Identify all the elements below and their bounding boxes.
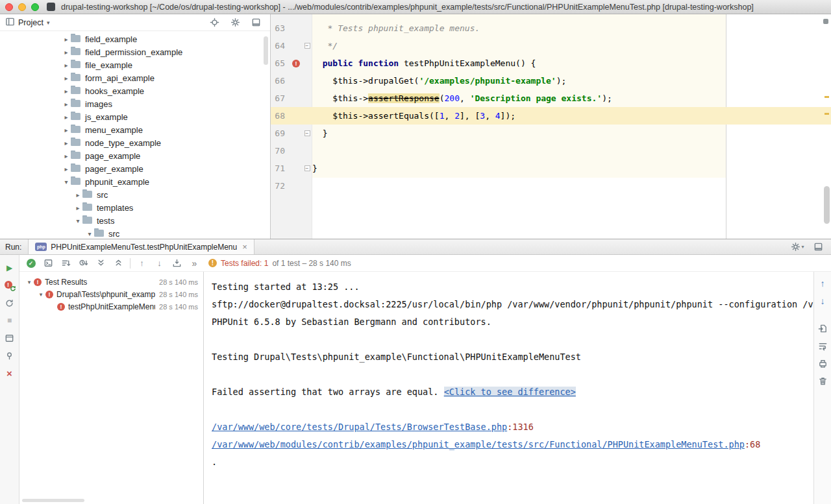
chevron-right-icon[interactable]: ▸ (62, 75, 71, 82)
project-tree-item-field_example[interactable]: ▸field_example (0, 32, 270, 45)
editor-line-68[interactable]: 68 $this->assertEquals([1, 2], [3, 4]); (271, 107, 831, 125)
test-results-root[interactable]: ▾!Test Results28 s 140 ms (19, 276, 203, 288)
chevron-right-icon[interactable]: ▸ (62, 62, 71, 69)
line-number: 68 (271, 111, 290, 121)
chevron-down-icon[interactable]: ▾ (73, 217, 82, 224)
print-button[interactable] (816, 357, 829, 370)
chevron-right-icon[interactable]: ▸ (62, 114, 71, 121)
project-tree-item-menu_example[interactable]: ▸menu_example (0, 123, 270, 136)
show-ignored-button[interactable] (42, 257, 55, 269)
folder-name: templates (97, 203, 133, 213)
project-tree-item-phpunit_example[interactable]: ▾phpunit_example (0, 175, 270, 188)
project-tree-item-node_type_example[interactable]: ▸node_type_example (0, 136, 270, 149)
locate-file-button[interactable] (208, 16, 221, 29)
fold-marker-icon[interactable]: − (304, 43, 310, 49)
collapse-all-button[interactable] (112, 257, 125, 269)
minimize-window-button[interactable] (18, 3, 26, 11)
zoom-window-button[interactable] (31, 3, 39, 11)
project-tool-button[interactable]: Project ▾ (5, 17, 49, 29)
project-tree-item-templates[interactable]: ▸templates (0, 201, 270, 214)
chevron-right-icon[interactable]: ▸ (62, 139, 71, 147)
stop-button[interactable]: ■ (3, 314, 16, 327)
sort-alphabetically-button[interactable] (60, 257, 72, 269)
close-window-button[interactable] (5, 3, 13, 11)
hide-panel-button[interactable] (249, 16, 262, 29)
editor-line-64[interactable]: 64− */ (271, 37, 831, 54)
use-soft-wraps-button[interactable] (816, 339, 829, 352)
project-tree-item-field_permission_example[interactable]: ▸field_permission_example (0, 45, 270, 58)
toggle-auto-test-button[interactable] (3, 296, 16, 309)
restore-layout-button[interactable] (3, 331, 16, 344)
chevron-down-icon[interactable]: ▾ (85, 230, 94, 237)
chevron-right-icon[interactable]: ▸ (62, 126, 71, 134)
settings-gear-button[interactable] (229, 16, 242, 29)
project-tree-item-js_example[interactable]: ▸js_example (0, 110, 270, 123)
test-method-node[interactable]: !testPhpUnitExampleMenu28 s 140 ms (19, 300, 203, 313)
chevron-right-icon[interactable]: ▸ (62, 36, 71, 43)
project-tree-item-hooks_example[interactable]: ▸hooks_example (0, 84, 270, 97)
rerun-failed-tests-button[interactable]: ! (3, 279, 16, 292)
console-link[interactable]: /var/www/web/modules/contrib/examples/ph… (212, 439, 745, 450)
chevron-right-icon[interactable]: ▸ (62, 49, 71, 56)
next-failed-test-button[interactable]: ↓ (153, 257, 166, 269)
chevron-down-icon[interactable]: ▾ (36, 291, 45, 298)
sort-by-duration-button[interactable] (77, 257, 90, 269)
editor-line-70[interactable]: 70 (271, 142, 831, 160)
project-tree-item-page_example[interactable]: ▸page_example (0, 149, 270, 162)
clear-console-button[interactable] (816, 374, 829, 387)
chevron-right-icon[interactable]: ▸ (62, 165, 71, 173)
fold-marker-icon[interactable]: − (304, 130, 310, 136)
console-link[interactable]: <Click to see difference> (444, 387, 576, 397)
editor-line-67[interactable]: 67 $this->assertResponse(200, 'Descripti… (271, 90, 831, 107)
chevron-right-icon[interactable]: ▸ (62, 88, 71, 95)
chevron-down-icon[interactable]: ▾ (25, 279, 34, 285)
rerun-test-button[interactable]: ▶ (3, 261, 16, 274)
editor-line-72[interactable]: 72 (271, 177, 831, 195)
project-tree-item-file_example[interactable]: ▸file_example (0, 58, 270, 71)
project-tree-item-pager_example[interactable]: ▸pager_example (0, 162, 270, 175)
editor-line-71[interactable]: 71−} (271, 160, 831, 177)
hide-panel-button[interactable] (812, 241, 825, 254)
editor-scrollbar[interactable] (824, 186, 830, 224)
project-tree-item-tests[interactable]: ▾tests (0, 214, 270, 227)
chevron-right-icon[interactable]: ▸ (73, 191, 82, 198)
close-panel-button[interactable]: × (3, 366, 16, 379)
inspection-indicator-icon[interactable] (823, 19, 828, 24)
more-actions-chevron[interactable]: » (188, 257, 201, 269)
expand-all-button[interactable] (95, 257, 107, 269)
chevron-right-icon[interactable]: ▸ (73, 204, 82, 211)
chevron-right-icon[interactable]: ▸ (62, 152, 71, 160)
test-class-node[interactable]: ▾!Drupal\Tests\phpunit_example\Functiona… (19, 288, 203, 300)
export-test-results-button[interactable] (816, 322, 829, 335)
project-tree-item-src[interactable]: ▾src (0, 227, 270, 239)
settings-gear-button[interactable]: ▾ (791, 241, 804, 254)
console-link[interactable]: /var/www/web/core/tests/Drupal/Tests/Bro… (212, 422, 507, 432)
chevron-right-icon[interactable]: ▸ (62, 101, 71, 108)
close-tab-icon[interactable]: × (242, 242, 247, 252)
project-tree-item-form_api_example[interactable]: ▸form_api_example (0, 71, 270, 84)
editor-pane[interactable]: 63 * Tests phpunit_example menus.64− */6… (271, 14, 831, 239)
up-the-stack-trace-button[interactable]: ↑ (816, 277, 829, 290)
pin-tab-button[interactable] (3, 349, 16, 362)
run-tab[interactable]: php PHPUnitExampleMenuTest.testPhpUnitEx… (28, 239, 254, 254)
previous-failed-test-button[interactable]: ↑ (136, 257, 148, 269)
project-tree: ▸field_example▸field_permission_example▸… (0, 31, 270, 239)
warning-stripe-mark[interactable] (825, 96, 829, 98)
project-tree-item-images[interactable]: ▸images (0, 97, 270, 110)
down-the-stack-trace-button[interactable]: ↓ (816, 294, 829, 307)
fold-marker-icon[interactable]: − (304, 165, 310, 171)
folder-name: hooks_example (85, 86, 144, 96)
show-passed-button[interactable]: ✓ (25, 257, 37, 269)
editor-line-69[interactable]: 69− } (271, 125, 831, 142)
editor-line-63[interactable]: 63 * Tests phpunit_example menus. (271, 19, 831, 37)
project-scrollbar[interactable] (264, 36, 268, 65)
editor-line-66[interactable]: 66 $this->drupalGet('/examples/phpunit-e… (271, 72, 831, 90)
project-tree-item-src[interactable]: ▸src (0, 188, 270, 201)
console-line (212, 401, 813, 418)
warning-stripe-mark[interactable] (825, 113, 829, 115)
chevron-down-icon[interactable]: ▾ (62, 178, 71, 186)
import-test-results-button[interactable] (171, 257, 183, 269)
tree-horizontal-scrollbar[interactable] (22, 499, 84, 502)
test-failed-icon[interactable]: ! (292, 60, 300, 67)
editor-line-65[interactable]: 65! public function testPhpUnitExampleMe… (271, 54, 831, 72)
